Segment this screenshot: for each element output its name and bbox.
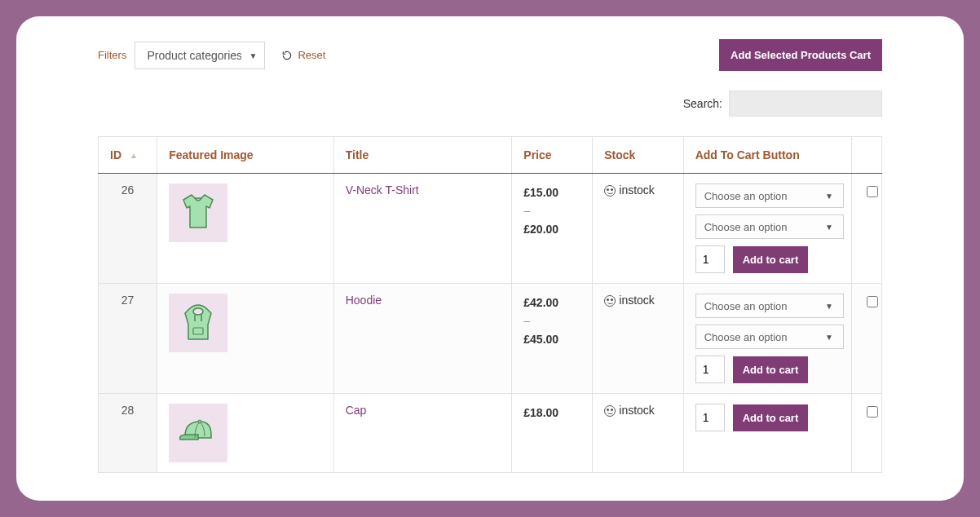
col-header-id[interactable]: ID ▲ [99,137,157,174]
cell-stock: instock [593,394,683,473]
filters-label: Filters [98,49,126,61]
col-header-title[interactable]: Title [333,137,512,174]
add-to-cart-button[interactable]: Add to cart [733,246,809,273]
stock-status: instock [619,183,655,197]
featured-image[interactable] [169,404,227,462]
quantity-input[interactable] [695,356,725,383]
col-header-image[interactable]: Featured Image [157,137,334,174]
smile-icon [604,185,616,197]
cell-price: £42.00–£45.00 [512,284,593,394]
col-header-stock[interactable]: Stock [593,137,683,174]
col-header-price[interactable]: Price [512,137,593,174]
add-selected-button[interactable]: Add Selected Products Cart [719,39,882,71]
cell-stock: instock [593,174,683,284]
featured-image[interactable] [169,183,227,242]
cell-select [851,284,881,394]
reset-button[interactable]: Reset [278,47,329,63]
category-select[interactable]: Product categories [135,42,265,69]
row-checkbox[interactable] [867,296,878,307]
table-row: 27Hoodie£42.00–£45.00instockChoose an op… [99,284,882,394]
cell-stock: instock [593,284,683,394]
category-select-wrap: Product categories ▼ [135,42,265,69]
smile-icon [604,295,616,307]
reset-label: Reset [298,49,325,61]
add-to-cart-button[interactable]: Add to cart [733,404,809,431]
product-title-link[interactable]: Cap [346,404,367,417]
stock-status: instock [619,294,655,307]
cell-id: 26 [99,174,157,284]
table-row: 26V-Neck T-Shirt£15.00–£20.00instockChoo… [99,174,882,284]
quantity-input[interactable] [695,404,725,431]
cell-price: £15.00–£20.00 [512,174,593,284]
quantity-input[interactable] [695,245,725,273]
row-checkbox[interactable] [867,186,878,197]
sort-asc-icon: ▲ [130,151,138,160]
product-title-link[interactable]: V-Neck T-Shirt [346,183,419,197]
cell-id: 27 [99,284,157,394]
cell-id: 28 [99,394,157,473]
table-row: 28Cap£18.00instockAdd to cart [99,394,882,473]
featured-image[interactable] [169,294,227,352]
add-to-cart-button[interactable]: Add to cart [733,356,809,383]
cell-image [157,174,334,284]
stock-status: instock [619,404,655,417]
cell-image [157,394,334,473]
cell-add-to-cart: Choose an option▼Choose an option▼Add to… [683,284,851,394]
cell-select [851,394,881,473]
cell-select [851,174,881,284]
variation-select[interactable]: Choose an option [695,325,844,349]
variation-select[interactable]: Choose an option [695,183,844,208]
cell-title: V-Neck T-Shirt [333,174,512,284]
row-checkbox[interactable] [867,406,878,418]
smile-icon [604,405,616,417]
search-input[interactable] [729,91,882,117]
cell-title: Hoodie [333,284,512,394]
col-header-check [851,137,881,174]
cell-image [157,284,334,394]
cell-price: £18.00 [512,394,593,473]
reset-icon [281,50,293,61]
product-title-link[interactable]: Hoodie [346,294,382,307]
variation-select[interactable]: Choose an option [695,294,844,318]
cell-add-to-cart: Add to cart [683,394,851,473]
search-label: Search: [683,97,722,110]
col-header-atc[interactable]: Add To Cart Button [683,137,851,174]
product-table: ID ▲ Featured Image Title Price Stock Ad… [98,136,882,473]
variation-select[interactable]: Choose an option [695,214,844,239]
cell-title: Cap [333,394,512,473]
cell-add-to-cart: Choose an option▼Choose an option▼Add to… [683,174,851,284]
